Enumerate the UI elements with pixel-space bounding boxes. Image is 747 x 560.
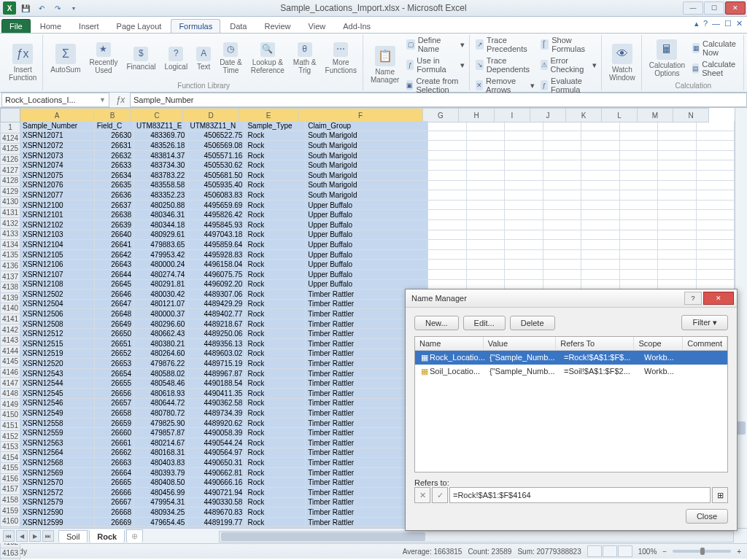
cell[interactable]: 26650	[95, 329, 134, 339]
col-header-D[interactable]: D	[183, 108, 239, 122]
cell[interactable]: Rock	[245, 438, 306, 448]
row-header[interactable]: 4136	[0, 261, 20, 272]
cell[interactable]: South Marigold	[306, 131, 428, 141]
cell[interactable]	[467, 181, 505, 191]
cell[interactable]: XSRN12073	[20, 151, 95, 161]
cell[interactable]: 4495826.42	[187, 210, 245, 220]
view-normal-icon[interactable]	[587, 545, 602, 557]
lookup-button[interactable]: 🔍Lookup & Reference	[248, 41, 287, 76]
cell[interactable]: Rock	[245, 359, 306, 369]
range-picker-icon[interactable]: ⊞	[712, 487, 728, 503]
cell[interactable]: 4489603.02	[187, 349, 245, 359]
cell[interactable]: XSRN12512	[20, 329, 95, 339]
excel-icon[interactable]: X	[3, 1, 16, 15]
delete-name-button[interactable]: Delete	[510, 316, 555, 330]
cell[interactable]: 480780.72	[134, 408, 187, 419]
undo-icon[interactable]: ↶	[35, 1, 48, 15]
cell[interactable]: 4495845.93	[187, 220, 245, 230]
cell[interactable]	[581, 220, 619, 230]
tab-nav-prev-icon[interactable]: ◀	[16, 530, 28, 542]
cell[interactable]: 483369.70	[134, 131, 187, 141]
cell[interactable]: 26648	[95, 309, 134, 319]
cell[interactable]: XSRN12563	[20, 438, 95, 448]
cell[interactable]: 480344.18	[134, 220, 187, 230]
watch-window-button[interactable]: 👁Watch Window	[606, 42, 638, 83]
cell[interactable]: Rock	[245, 201, 306, 211]
cell[interactable]	[620, 220, 658, 230]
cell[interactable]: Rock	[245, 260, 306, 270]
cell[interactable]	[581, 121, 619, 131]
cell[interactable]: 26639	[95, 220, 134, 230]
cell[interactable]	[467, 141, 505, 151]
cell[interactable]	[428, 141, 466, 151]
cell[interactable]: XSRN12506	[20, 309, 95, 319]
cell[interactable]	[620, 141, 658, 151]
cell[interactable]	[697, 190, 735, 201]
cell[interactable]	[697, 121, 735, 131]
cell[interactable]: 26631	[95, 141, 134, 151]
cell[interactable]: 26651	[95, 339, 134, 349]
cell[interactable]: 479954.31	[134, 498, 187, 508]
zoom-out-button[interactable]: −	[662, 548, 667, 556]
view-pagebreak-icon[interactable]	[618, 545, 632, 557]
cell[interactable]: 4489920.62	[187, 419, 245, 429]
cell[interactable]: 4490564.97	[187, 448, 245, 459]
cell[interactable]	[581, 240, 619, 250]
cell[interactable]: Upper Buffalo	[306, 240, 428, 250]
cell[interactable]	[467, 160, 505, 171]
cell[interactable]: 26657	[95, 399, 134, 409]
tab-review[interactable]: Review	[256, 19, 298, 33]
more-functions-button[interactable]: ⋯More Functions	[322, 41, 360, 76]
cell[interactable]: Rock	[245, 270, 306, 280]
cell[interactable]: XSRN12076	[20, 181, 95, 191]
name-manager-button[interactable]: 📋Name Manager	[368, 44, 402, 85]
table-row[interactable]: XSRN1207326632483814.374505571.16RockSou…	[20, 151, 735, 161]
cell[interactable]: 480291.81	[134, 280, 187, 290]
cell[interactable]: 26642	[95, 250, 134, 260]
cell[interactable]	[428, 250, 466, 260]
cell[interactable]: South Marigold	[306, 181, 428, 191]
cell[interactable]	[697, 141, 735, 151]
col-header-B[interactable]: B	[94, 108, 131, 122]
cell[interactable]: 480274.74	[134, 270, 187, 280]
cell[interactable]	[658, 270, 696, 280]
cell[interactable]	[505, 131, 543, 141]
cell[interactable]: 4506083.83	[187, 190, 245, 201]
cell[interactable]: Rock	[245, 250, 306, 260]
cell[interactable]	[505, 270, 543, 280]
cell[interactable]	[658, 160, 696, 171]
cell[interactable]: Rock	[245, 280, 306, 290]
cell[interactable]: Rock	[245, 498, 306, 508]
dialog-help-button[interactable]: ?	[684, 292, 702, 305]
cell[interactable]: 479953.42	[134, 250, 187, 260]
cell[interactable]: 4489250.06	[187, 329, 245, 339]
tab-nav-next-icon[interactable]: ▶	[29, 530, 41, 542]
row-header[interactable]: 4151	[0, 421, 20, 432]
cell[interactable]: Rock	[245, 448, 306, 459]
tab-home[interactable]: Home	[32, 19, 69, 33]
cell[interactable]	[428, 220, 466, 230]
financial-button[interactable]: $Financial	[123, 45, 158, 72]
cell[interactable]: Rock	[245, 131, 306, 141]
table-row[interactable]: XSRN1210226639480344.184495845.93RockUpp…	[20, 220, 735, 230]
cell[interactable]	[505, 160, 543, 171]
cell[interactable]: Rock	[245, 329, 306, 339]
cell[interactable]	[697, 160, 735, 171]
table-row[interactable]: XSRN1207526634483783.224505681.50RockSou…	[20, 171, 735, 181]
cell[interactable]: 26662	[95, 448, 134, 459]
cell[interactable]: XSRN12100	[20, 201, 95, 211]
cell[interactable]	[658, 220, 696, 230]
table-row[interactable]: XSRN1210726644480274.744496075.75RockUpp…	[20, 270, 735, 280]
cell[interactable]: XSRN12545	[20, 389, 95, 399]
cell[interactable]: Rock	[245, 141, 306, 151]
row-header[interactable]: 4137	[0, 271, 20, 282]
cell[interactable]	[428, 210, 466, 220]
tab-formulas[interactable]: Formulas	[171, 19, 220, 33]
cell[interactable]	[467, 131, 505, 141]
cell[interactable]	[581, 190, 619, 201]
col-header-N[interactable]: N	[673, 108, 709, 122]
col-header-H[interactable]: H	[459, 108, 495, 122]
cell[interactable]	[505, 230, 543, 241]
col-header-G[interactable]: G	[423, 108, 459, 122]
cell[interactable]	[543, 121, 581, 131]
